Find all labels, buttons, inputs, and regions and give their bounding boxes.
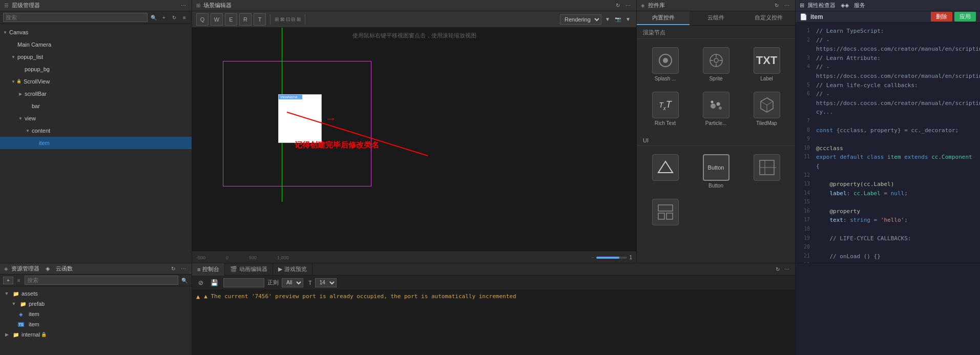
comp-item-button[interactable]: Button Button (693, 151, 739, 192)
console-tab-preview[interactable]: ▶ 游戏预览 (273, 263, 312, 276)
comp-sprite-icon (703, 47, 729, 74)
asset-add-button[interactable]: + (3, 277, 13, 284)
tree-item-content[interactable]: ▼ content (0, 124, 192, 137)
camera-icon[interactable]: 📷 (614, 15, 622, 24)
asset-item-assets[interactable]: ▼ 📁 assets (0, 288, 192, 299)
comp-particle-label: Particle... (705, 120, 727, 126)
tree-item-popup-list[interactable]: ▼ popup_list (0, 51, 192, 63)
tool-t[interactable]: T (254, 13, 266, 26)
internal-label: internal (22, 331, 40, 338)
comp-item-layout2[interactable] (642, 196, 689, 231)
comp-item-tiledmap[interactable]: TiledMap (743, 89, 790, 129)
components-actions: ↻ ⋯ (773, 2, 791, 10)
scene-header: ⊞ 场景编辑器 ↻ ⋯ (192, 0, 636, 11)
console-save-btn[interactable]: 💾 (208, 278, 220, 287)
console-fontsize-select[interactable]: 14 (315, 278, 337, 287)
code-line-14: 14 label: cc.Label = null; (800, 189, 976, 198)
tab-cloud[interactable]: 云组件 (690, 11, 742, 25)
scene-more-icon[interactable]: ⋯ (624, 2, 632, 10)
asset-item-item-prefab[interactable]: ◈ item (0, 309, 192, 319)
tree-item-scrollbar[interactable]: ▶ scrollBar (0, 88, 192, 100)
code-6: // - https://docs.cocos.com/creator/manu… (816, 90, 980, 117)
console-warning-text: ▲ The current '7456' preview port is alr… (204, 293, 516, 300)
comp-layout1-icon (754, 154, 780, 181)
tree-item-main-camera[interactable]: Main Camera (0, 38, 192, 51)
asset-search-input[interactable] (25, 276, 178, 285)
asset-reload-icon[interactable]: ↻ (169, 265, 177, 273)
console-level-select[interactable]: All (282, 278, 303, 287)
apply-button[interactable]: 应用 (954, 12, 976, 22)
code-line-12: 12 (800, 171, 976, 180)
warn-icon: ▲ (196, 293, 200, 300)
rendering-dropdown-icon[interactable]: ▼ (603, 15, 612, 24)
zoom-minus[interactable]: − (592, 255, 595, 260)
delete-button[interactable]: 删除 (931, 12, 952, 22)
comp-item-ui-triangle[interactable] (642, 151, 689, 192)
asset-item-prefab[interactable]: ▼ 📁 prefab (0, 299, 192, 309)
hierarchy-refresh-icon[interactable]: ↻ (170, 13, 178, 22)
ln-12: 12 (800, 171, 810, 180)
ln-16: 16 (800, 207, 810, 216)
tab-custom[interactable]: 自定义控件 (742, 11, 795, 25)
comp-more-icon[interactable]: ⋯ (783, 2, 791, 10)
asset-search-btn[interactable]: 🔍 (180, 276, 189, 284)
tree-item-bar[interactable]: bar (0, 100, 192, 112)
hierarchy-search-input[interactable] (3, 13, 148, 22)
hierarchy-action-1[interactable]: ⋯ (179, 2, 187, 10)
comp-item-particle[interactable]: Particle... (693, 89, 739, 129)
camera-dropdown-icon[interactable]: ▼ (624, 15, 632, 24)
hierarchy-add-icon[interactable]: + (160, 13, 168, 22)
rendering-select[interactable]: Rendering (560, 14, 601, 25)
scene-viewport[interactable]: 使用鼠标右键平移视图窗点击，使用滚轮缩放视图 ViewName... → 记得创… (192, 28, 636, 263)
code-line-11: 11export default class item extends cc.C… (800, 153, 976, 171)
tree-item-canvas[interactable]: ▼ Canvas (0, 26, 192, 38)
tool-w[interactable]: W (211, 13, 223, 26)
canvas-arrow: ▼ (2, 29, 8, 35)
content-label: content (32, 128, 50, 134)
comp-item-richtext[interactable]: TxT Rich Text (642, 89, 689, 129)
ln-7: 7 (800, 117, 810, 126)
tab-builtin[interactable]: 内置控件 (637, 11, 690, 25)
console-toolbar: ⊘ 💾 正则 All T 14 (192, 276, 795, 290)
comp-button-text: Button (708, 164, 724, 171)
code-15 (816, 198, 820, 207)
item-name-label: item (810, 13, 823, 20)
asset-title: 资源管理器 (11, 265, 39, 273)
inspector-icon: ⊞ (800, 2, 804, 9)
asset-more-icon[interactable]: ⋯ (179, 265, 187, 273)
console-tab-animation[interactable]: 🎬 动画编辑器 (225, 263, 273, 276)
hierarchy-panel: ☰ 层级管理器 ⋯ 🔍 + ↻ ≡ ▼ Canvas (0, 0, 192, 263)
ln-6: 6 (800, 90, 810, 117)
tree-item-scrollview[interactable]: ▼ 🔒 ScrollView (0, 75, 192, 88)
tree-item-popup-bg[interactable]: popup_bg (0, 63, 192, 75)
asset-item-item-ts[interactable]: TS item (0, 319, 192, 329)
tool-e[interactable]: E (225, 13, 237, 26)
tree-item-item[interactable]: item (0, 137, 192, 149)
console-reload-icon[interactable]: ↻ (774, 265, 782, 274)
console-tab-main[interactable]: ≡ 控制台 (192, 263, 225, 276)
console-clear-btn[interactable]: ⊘ (196, 278, 205, 287)
components-panel: ◈ 控件库 ↻ ⋯ 内置控件 云组件 自定义控件 渲染节点 (637, 0, 796, 263)
asset-list-icon[interactable]: ≡ (17, 278, 20, 283)
code-5: // Learn life-cycle callbacks: (816, 81, 918, 90)
comp-item-splash[interactable]: Splash ... (642, 44, 689, 85)
comp-item-label[interactable]: TXT Label (743, 44, 790, 85)
console-regex-label: 正则 (267, 279, 279, 286)
popup-list-label: popup_list (17, 54, 43, 60)
tool-q[interactable]: Q (196, 13, 208, 26)
item-file-icon: 📄 (800, 13, 807, 20)
hierarchy-search-icon[interactable]: 🔍 (150, 13, 158, 22)
popup-bg-arrow (17, 66, 24, 72)
comp-item-sprite[interactable]: Sprite (693, 44, 739, 85)
svg-point-4 (714, 58, 718, 62)
hierarchy-more-icon[interactable]: ≡ (180, 13, 189, 22)
comp-item-layout1[interactable] (743, 151, 790, 192)
comp-reload-icon[interactable]: ↻ (773, 2, 781, 10)
tool-r[interactable]: R (239, 13, 252, 26)
console-more-icon[interactable]: ⋯ (783, 265, 791, 274)
asset-item-internal[interactable]: ▶ 📁 internal 🔒 (0, 329, 192, 340)
item-ts-icon: TS (17, 321, 25, 328)
console-filter-input[interactable] (223, 278, 264, 287)
tree-item-view[interactable]: ▼ view (0, 112, 192, 124)
scene-reload-icon[interactable]: ↻ (614, 2, 622, 10)
